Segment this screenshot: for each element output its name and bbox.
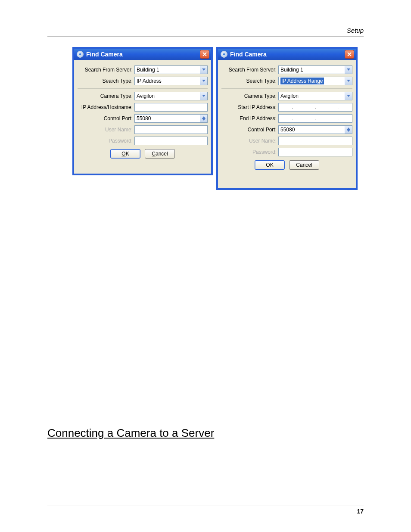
label-password: Password: bbox=[221, 149, 278, 155]
label-camera-type: Camera Type: bbox=[221, 93, 278, 99]
camera-icon bbox=[221, 51, 227, 58]
svg-point-1 bbox=[223, 53, 225, 55]
find-camera-dialog-ip-range: Find Camera Search From Server: Building… bbox=[216, 47, 358, 190]
camera-type-select[interactable]: Avigilon bbox=[134, 92, 208, 100]
page-header: Setup bbox=[47, 27, 364, 37]
label-password: Password: bbox=[78, 138, 134, 144]
titlebar[interactable]: Find Camera bbox=[74, 49, 211, 60]
stepper-arrows-icon bbox=[200, 115, 207, 122]
divider bbox=[221, 88, 352, 89]
close-button[interactable] bbox=[345, 50, 354, 59]
user-name-input[interactable] bbox=[134, 125, 208, 134]
divider bbox=[78, 88, 208, 89]
control-port-stepper[interactable]: 55080 bbox=[278, 125, 352, 134]
page-footer: 17 bbox=[47, 505, 364, 515]
chevron-down-icon bbox=[200, 77, 207, 85]
camera-type-select[interactable]: Avigilon bbox=[278, 92, 352, 100]
stepper-arrows-icon bbox=[345, 126, 352, 134]
ok-button[interactable]: OK bbox=[255, 160, 285, 170]
control-port-stepper[interactable]: 55080 bbox=[134, 114, 208, 123]
svg-point-0 bbox=[79, 53, 81, 55]
page-number: 17 bbox=[357, 508, 364, 515]
header-category: Setup bbox=[347, 27, 364, 34]
titlebar[interactable]: Find Camera bbox=[218, 49, 356, 60]
label-user-name: User Name: bbox=[221, 138, 278, 144]
chevron-down-icon bbox=[200, 66, 207, 74]
label-control-port: Control Port: bbox=[221, 127, 278, 133]
label-search-from-server: Search From Server: bbox=[221, 67, 278, 73]
password-input[interactable] bbox=[278, 148, 352, 156]
search-type-select[interactable]: IP Address bbox=[134, 77, 208, 85]
title-text: Find Camera bbox=[86, 51, 123, 58]
start-ip-input[interactable]: ... bbox=[278, 103, 352, 112]
label-ip-hostname: IP Address/Hostname: bbox=[78, 104, 134, 110]
cancel-button[interactable]: Cancel bbox=[145, 149, 175, 159]
label-user-name: User Name: bbox=[78, 127, 134, 133]
chevron-down-icon bbox=[345, 66, 352, 74]
ok-button[interactable]: OK bbox=[110, 149, 140, 159]
title-text: Find Camera bbox=[230, 51, 267, 58]
ip-hostname-input[interactable] bbox=[134, 103, 208, 112]
label-start-ip: Start IP Address: bbox=[221, 104, 278, 110]
server-select[interactable]: Building 1 bbox=[278, 65, 352, 74]
label-search-type: Search Type: bbox=[78, 78, 134, 84]
cancel-button[interactable]: Cancel bbox=[289, 160, 319, 170]
chevron-down-icon bbox=[345, 92, 352, 100]
find-camera-dialog-ip: Find Camera Search From Server: Building… bbox=[72, 47, 213, 175]
label-control-port: Control Port: bbox=[78, 115, 134, 121]
server-select[interactable]: Building 1 bbox=[134, 65, 208, 74]
user-name-input[interactable] bbox=[278, 137, 352, 145]
end-ip-input[interactable]: ... bbox=[278, 114, 352, 123]
chevron-down-icon bbox=[345, 77, 352, 85]
figure-screenshots: Find Camera Search From Server: Building… bbox=[72, 47, 358, 190]
label-search-type: Search Type: bbox=[221, 78, 278, 84]
password-input[interactable] bbox=[134, 137, 208, 145]
search-type-select[interactable]: IP Address Range bbox=[278, 77, 352, 85]
label-camera-type: Camera Type: bbox=[78, 93, 134, 99]
close-button[interactable] bbox=[200, 50, 209, 59]
section-heading: Connecting a Camera to a Server bbox=[47, 426, 214, 440]
label-search-from-server: Search From Server: bbox=[78, 67, 134, 73]
camera-icon bbox=[77, 51, 84, 58]
chevron-down-icon bbox=[200, 92, 207, 100]
label-end-ip: End IP Address: bbox=[221, 115, 278, 121]
